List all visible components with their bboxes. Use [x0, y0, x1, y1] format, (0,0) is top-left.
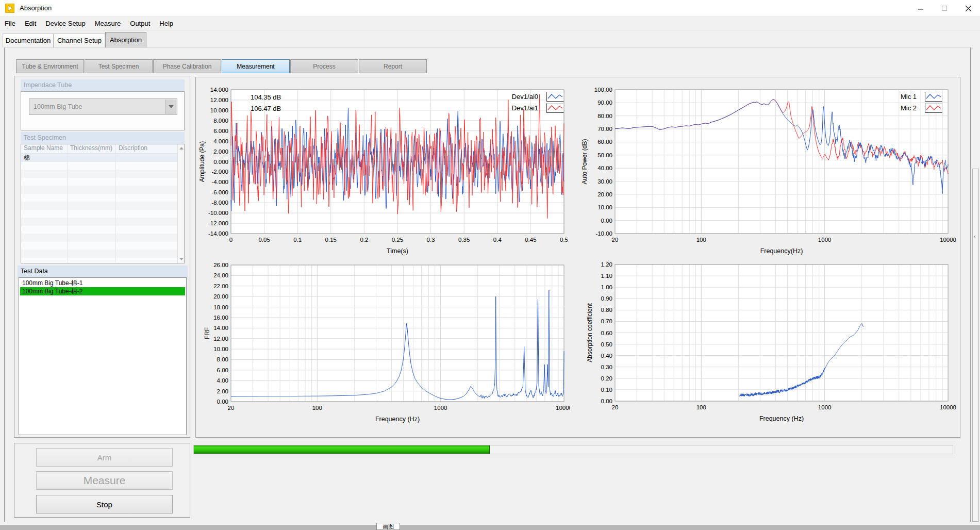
svg-text:30.00: 30.00 — [597, 178, 612, 185]
control-buttons-panel: Arm Measure Stop — [14, 443, 190, 518]
svg-text:10000: 10000 — [940, 404, 956, 410]
legend-label: Mic 1 — [870, 93, 917, 101]
subtab-measurement[interactable]: Measurement — [222, 59, 290, 73]
absorption-graph: 1.201.101.000.900.800.700.600.500.400.30… — [579, 256, 961, 431]
svg-text:0.05: 0.05 — [258, 237, 270, 243]
tab-channel-setup[interactable]: Channel Setup — [54, 34, 105, 47]
svg-text:Time(s): Time(s) — [387, 247, 408, 255]
svg-text:14.00: 14.00 — [213, 325, 228, 331]
table-row — [21, 202, 184, 210]
measure-button[interactable]: Measure — [36, 471, 173, 490]
scroll-down-icon[interactable] — [179, 258, 184, 260]
table-row — [21, 194, 184, 202]
svg-text:12.00: 12.00 — [213, 336, 228, 342]
test-data-header: Test Data — [18, 266, 188, 277]
table-row — [21, 162, 184, 170]
menu-output[interactable]: Output — [125, 16, 155, 30]
absorption-page: Tube & Environment Test Specimen Phase C… — [4, 47, 970, 522]
test-specimen-table: Sample Name Thickness(mm) Discription 棉 — [21, 144, 185, 263]
svg-text:10.00: 10.00 — [213, 346, 228, 352]
menu-help[interactable]: Help — [155, 16, 178, 30]
table-row — [21, 258, 184, 264]
test-data-list: 100mm Big Tube-棉-1 100mm Big Tube-棉-2 — [19, 277, 187, 435]
stop-button[interactable]: Stop — [36, 495, 173, 514]
svg-text:20: 20 — [612, 404, 619, 410]
svg-text:1000: 1000 — [434, 405, 447, 411]
scroll-up-icon[interactable] — [179, 147, 184, 150]
svg-text:14.000: 14.000 — [210, 87, 228, 93]
close-button[interactable] — [956, 0, 980, 16]
svg-text:-2.000: -2.000 — [211, 169, 228, 175]
legend-label: Dev1/ai0 — [492, 93, 538, 101]
svg-text:Frequency (Hz): Frequency (Hz) — [375, 416, 420, 423]
app-icon — [5, 4, 14, 13]
svg-text:0.00: 0.00 — [601, 218, 612, 224]
svg-text:FRF: FRF — [204, 327, 211, 339]
svg-text:2.000: 2.000 — [213, 148, 228, 155]
svg-text:0.25: 0.25 — [392, 237, 403, 243]
svg-text:0.00: 0.00 — [217, 399, 228, 405]
minimize-button[interactable] — [909, 0, 933, 16]
svg-text:0.60: 0.60 — [601, 330, 612, 336]
legend-line-icon — [925, 92, 942, 102]
charts-panel: 14.00012.00010.0008.0006.0004.0002.0000.… — [195, 77, 960, 438]
subtab-test-specimen[interactable]: Test Specimen — [85, 59, 153, 73]
svg-text:100: 100 — [696, 237, 706, 243]
subtab-process[interactable]: Process — [290, 59, 358, 73]
svg-text:80.00: 80.00 — [597, 113, 612, 119]
app-window: Absorption File Edit Device Setup Measur… — [0, 0, 980, 530]
chevron-left-icon: ‹ — [974, 233, 976, 239]
svg-text:Frequency(Hz): Frequency(Hz) — [760, 247, 803, 255]
table-row — [21, 178, 184, 186]
impedance-tube-header: Impendace Tube — [21, 79, 185, 91]
table-scrollbar[interactable] — [177, 144, 184, 263]
svg-text:1.00: 1.00 — [601, 284, 612, 290]
impedance-tube-dropdown[interactable]: 100mm Big Tube — [29, 98, 177, 115]
panel-collapse-handle[interactable]: ‹ — [972, 169, 979, 522]
menu-edit[interactable]: Edit — [20, 16, 41, 30]
table-row — [21, 226, 184, 234]
svg-text:1000: 1000 — [818, 237, 832, 243]
subtab-tube-environment[interactable]: Tube & Environment — [16, 59, 84, 73]
subtab-phase-calibration[interactable]: Phase Calibration — [153, 59, 221, 73]
bottom-strip: 画图 — [0, 525, 980, 530]
menu-measure[interactable]: Measure — [90, 16, 126, 30]
main-tab-bar: Documentation Channel Setup Absorption — [0, 31, 980, 47]
svg-text:20: 20 — [612, 237, 619, 243]
svg-text:0.70: 0.70 — [601, 318, 612, 324]
table-row — [21, 186, 184, 194]
tab-absorption[interactable]: Absorption — [105, 32, 146, 47]
legend-label: Mic 2 — [870, 104, 917, 112]
bottom-tab-draw[interactable]: 画图 — [376, 523, 400, 530]
svg-text:0.50: 0.50 — [601, 341, 612, 347]
dropdown-button[interactable] — [165, 100, 176, 114]
table-row[interactable]: 棉 — [21, 154, 184, 162]
table-row — [21, 234, 184, 242]
svg-text:Amplitude (Pa): Amplitude (Pa) — [198, 141, 206, 182]
tab-documentation[interactable]: Documentation — [3, 34, 54, 47]
impedance-tube-box: 100mm Big Tube — [21, 91, 185, 130]
time-waveform-graph: 14.00012.00010.0008.0006.0004.0002.0000.… — [198, 80, 570, 261]
maximize-button[interactable] — [933, 0, 956, 16]
menu-device-setup[interactable]: Device Setup — [41, 16, 90, 30]
legend-label: Dev1/ai1 — [492, 104, 538, 112]
subtab-report[interactable]: Report — [359, 59, 427, 73]
svg-text:20.00: 20.00 — [597, 191, 612, 197]
svg-text:-8.000: -8.000 — [211, 200, 228, 206]
svg-text:0.40: 0.40 — [601, 353, 612, 359]
frf-graph: 26.0024.0022.0020.0018.0016.0014.0012.00… — [198, 256, 570, 431]
svg-text:0.35: 0.35 — [458, 237, 470, 243]
menu-file[interactable]: File — [0, 16, 20, 30]
svg-text:0.5: 0.5 — [560, 237, 568, 243]
svg-text:4.00: 4.00 — [217, 377, 228, 384]
column-sample-name: Sample Name — [21, 144, 68, 153]
svg-text:6.000: 6.000 — [213, 128, 228, 134]
svg-text:20: 20 — [228, 405, 235, 411]
arm-button[interactable]: Arm — [36, 448, 173, 467]
svg-text:-4.000: -4.000 — [211, 179, 228, 185]
list-item-selected[interactable]: 100mm Big Tube-棉-2 — [20, 287, 185, 295]
svg-text:10000: 10000 — [556, 405, 570, 411]
list-item[interactable]: 100mm Big Tube-棉-1 — [20, 279, 185, 287]
svg-text:Frequency (Hz): Frequency (Hz) — [759, 415, 804, 422]
svg-text:0.00: 0.00 — [601, 398, 612, 404]
